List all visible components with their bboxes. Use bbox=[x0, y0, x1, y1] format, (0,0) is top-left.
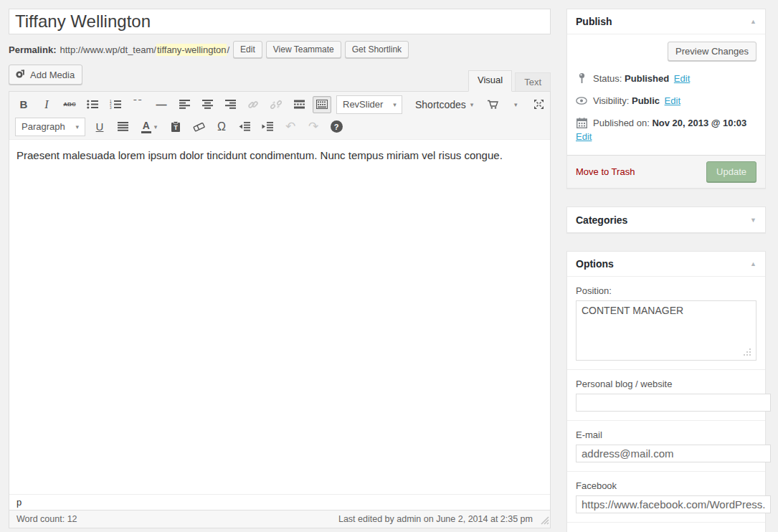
update-button[interactable]: Update bbox=[706, 161, 756, 182]
kitchen-sink-icon bbox=[316, 100, 328, 109]
insert-link-button[interactable] bbox=[244, 96, 262, 113]
indent-icon bbox=[262, 122, 273, 131]
remove-link-button[interactable] bbox=[267, 96, 285, 113]
cart-dropdown-button[interactable]: ▾ bbox=[506, 96, 525, 113]
publish-panel-header[interactable]: Publish ▲ bbox=[567, 9, 765, 34]
text-color-button[interactable]: A ▾ bbox=[136, 118, 162, 136]
italic-button[interactable]: I bbox=[37, 96, 56, 113]
tab-visual[interactable]: Visual bbox=[468, 70, 512, 92]
strikethrough-button[interactable]: ABC bbox=[60, 96, 79, 113]
paragraph-format-dropdown[interactable]: Paragraph ▾ bbox=[15, 118, 85, 136]
help-button[interactable]: ? bbox=[327, 118, 346, 136]
align-left-button[interactable] bbox=[175, 96, 194, 113]
tab-text[interactable]: Text bbox=[515, 72, 551, 91]
numbered-list-button[interactable]: 123 bbox=[106, 96, 125, 113]
align-justify-button[interactable] bbox=[113, 118, 132, 136]
calendar-icon bbox=[576, 118, 587, 128]
facebook-input[interactable] bbox=[576, 495, 771, 513]
published-on-label: Published on: bbox=[593, 118, 650, 128]
preview-changes-button[interactable]: Preview Changes bbox=[668, 42, 756, 61]
twitter-field-section: Twitter bbox=[567, 523, 765, 532]
italic-icon: I bbox=[44, 98, 48, 111]
bullet-list-button[interactable] bbox=[83, 96, 102, 113]
position-field-section: Position: CONTENT MANAGER bbox=[567, 277, 765, 370]
paragraph-format-label: Paragraph bbox=[22, 121, 65, 132]
status-row: Status: Published Edit bbox=[576, 72, 756, 84]
published-on-value: Nov 20, 2013 @ 10:03 bbox=[652, 118, 746, 128]
blog-label: Personal blog / website bbox=[576, 379, 756, 389]
revslider-label: RevSlider bbox=[343, 99, 383, 110]
paste-as-text-button[interactable]: T bbox=[166, 118, 185, 136]
insert-more-tag-button[interactable] bbox=[290, 96, 308, 113]
redo-button[interactable]: ↷ bbox=[304, 118, 323, 136]
underline-icon: U bbox=[96, 120, 104, 133]
collapse-arrow-icon[interactable]: ▲ bbox=[750, 260, 756, 267]
element-path-label[interactable]: p bbox=[16, 497, 22, 508]
get-shortlink-button[interactable]: Get Shortlink bbox=[345, 41, 409, 58]
editor-resize-handle[interactable] bbox=[539, 515, 549, 527]
position-textarea[interactable]: CONTENT MANAGER bbox=[576, 300, 756, 361]
clear-formatting-button[interactable] bbox=[189, 118, 208, 136]
outdent-button[interactable] bbox=[235, 118, 254, 136]
editor-frame: B I ABC 123 “ — bbox=[9, 91, 551, 528]
bold-button[interactable]: B bbox=[14, 96, 33, 113]
email-input[interactable] bbox=[576, 445, 771, 462]
blog-input[interactable] bbox=[576, 394, 771, 412]
chevron-down-icon: ▾ bbox=[393, 101, 397, 108]
horizontal-rule-icon: — bbox=[156, 98, 167, 110]
sidebar: Publish ▲ Preview Changes Status: Publis… bbox=[566, 9, 766, 532]
publish-panel-body: Preview Changes Status: Published Edit V… bbox=[567, 34, 765, 155]
collapse-arrow-icon[interactable]: ▲ bbox=[750, 18, 756, 25]
add-media-button[interactable]: Add Media bbox=[9, 65, 82, 85]
align-center-button[interactable] bbox=[198, 96, 217, 113]
product-shortcode-button[interactable] bbox=[483, 96, 502, 113]
undo-button[interactable]: ↶ bbox=[281, 118, 300, 136]
more-tag-icon bbox=[294, 100, 305, 109]
blockquote-button[interactable]: “ bbox=[129, 96, 148, 113]
word-count: Word count: 12 bbox=[16, 514, 77, 524]
options-panel: Options ▲ Position: CONTENT MANAGER Pers… bbox=[566, 251, 766, 532]
email-label: E-mail bbox=[576, 429, 756, 440]
align-left-icon bbox=[179, 100, 190, 109]
shortcodes-dropdown[interactable]: Shortcodes ▾ bbox=[411, 99, 478, 110]
outdent-icon bbox=[239, 122, 250, 131]
cart-icon bbox=[487, 99, 499, 110]
underline-button[interactable]: U bbox=[90, 118, 109, 136]
status-label: Status: bbox=[593, 73, 622, 84]
link-icon bbox=[247, 99, 259, 110]
permalink-edit-button[interactable]: Edit bbox=[233, 41, 262, 58]
categories-panel: Categories ▼ bbox=[566, 206, 766, 233]
eraser-icon bbox=[193, 122, 205, 132]
clipboard-icon: T bbox=[171, 121, 181, 133]
fullscreen-button[interactable] bbox=[529, 96, 548, 113]
options-panel-header[interactable]: Options ▲ bbox=[567, 252, 765, 277]
eye-icon bbox=[576, 97, 587, 105]
position-label: Position: bbox=[576, 285, 756, 296]
text-color-icon: A bbox=[141, 120, 151, 133]
special-character-button[interactable]: Ω bbox=[212, 118, 231, 136]
move-to-trash-link[interactable]: Move to Trash bbox=[576, 166, 635, 177]
editor-content-area[interactable]: Praesent malesuada lorem ipsum dolor tin… bbox=[9, 140, 550, 494]
permalink-label: Permalink: bbox=[9, 44, 56, 55]
align-justify-icon bbox=[118, 122, 128, 131]
published-edit-link[interactable]: Edit bbox=[576, 131, 592, 142]
blog-field-section: Personal blog / website bbox=[567, 370, 765, 421]
fullscreen-icon bbox=[533, 99, 544, 110]
visibility-edit-link[interactable]: Edit bbox=[665, 95, 680, 106]
indent-button[interactable] bbox=[258, 118, 277, 136]
categories-panel-header[interactable]: Categories ▼ bbox=[567, 207, 765, 232]
published-on-row: Published on: Nov 20, 2013 @ 10:03 bbox=[576, 118, 756, 128]
status-edit-link[interactable]: Edit bbox=[674, 73, 690, 84]
expand-arrow-icon[interactable]: ▼ bbox=[750, 217, 756, 224]
publish-panel-title: Publish bbox=[576, 16, 612, 27]
horizontal-rule-button[interactable]: — bbox=[152, 96, 171, 113]
toolbar-toggle-button[interactable] bbox=[313, 96, 331, 113]
revslider-dropdown[interactable]: RevSlider ▾ bbox=[336, 95, 402, 114]
view-teammate-button[interactable]: View Teammate bbox=[266, 41, 341, 58]
publish-panel-footer: Move to Trash Update bbox=[567, 155, 765, 188]
post-title-input[interactable] bbox=[9, 9, 551, 34]
align-right-icon bbox=[225, 100, 236, 109]
publish-panel: Publish ▲ Preview Changes Status: Publis… bbox=[566, 9, 766, 189]
align-right-button[interactable] bbox=[221, 96, 239, 113]
align-center-icon bbox=[202, 100, 213, 109]
